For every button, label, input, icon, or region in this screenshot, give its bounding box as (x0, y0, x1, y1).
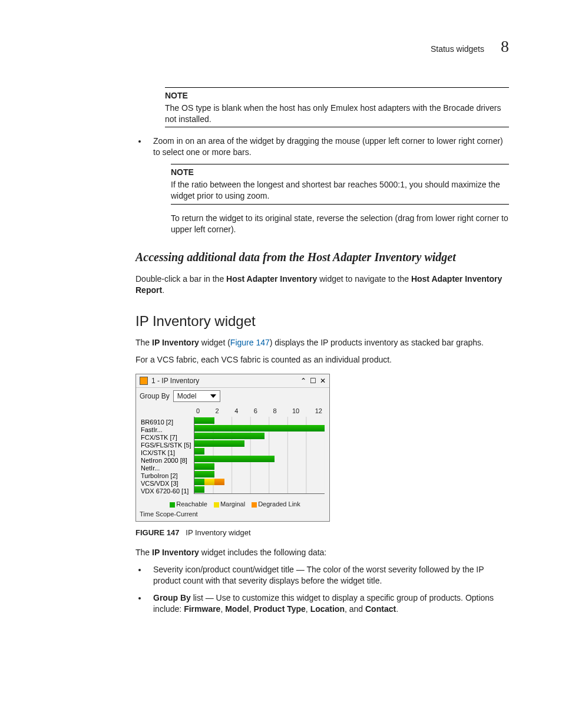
bar-row[interactable] (194, 424, 325, 432)
close-icon[interactable]: ✕ (320, 376, 326, 386)
heading-accessing: Accessing additional data from the Host … (135, 249, 509, 265)
heading-ip-inventory: IP Inventory widget (135, 312, 509, 331)
list-item: Severity icon/product count/widget title… (147, 564, 509, 587)
bar-segment (194, 471, 214, 477)
y-tick-label: NetIr... (141, 465, 194, 472)
widget-title: 1 - IP Inventory (151, 376, 300, 386)
y-axis-labels: BR6910 [2]FastIr...FCX/STK [7]FGS/FLS/ST… (141, 407, 194, 495)
x-axis-ticks: 024681012 (194, 407, 325, 416)
paragraph-vcs: For a VCS fabric, each VCS fabric is cou… (135, 354, 509, 365)
y-tick-label: FastIr... (141, 426, 194, 434)
paragraph-after-figure: The IP Inventory widget includes the fol… (135, 547, 509, 558)
y-tick-label: ICX/STK [1] (141, 449, 194, 457)
bar-row[interactable] (194, 447, 325, 455)
note-body: The OS type is blank when the host has o… (165, 103, 509, 125)
bar-segment (194, 486, 204, 493)
x-tick: 12 (315, 407, 322, 416)
bar-row[interactable] (194, 463, 325, 470)
y-tick-label: FCX/STK [7] (141, 434, 194, 442)
ip-inventory-widget: 1 - IP Inventory ⌃ ☐ ✕ Group By Model BR… (135, 374, 330, 522)
group-by-dropdown[interactable]: Model (173, 390, 220, 402)
collapse-icon[interactable]: ⌃ (300, 376, 306, 386)
x-tick: 10 (292, 407, 299, 416)
maximize-icon[interactable]: ☐ (310, 376, 316, 386)
bar-segment (194, 463, 214, 470)
figure-link[interactable]: Figure 147 (230, 338, 270, 347)
x-tick: 4 (234, 407, 238, 416)
note-os-blank: NOTE The OS type is blank when the host … (165, 87, 509, 128)
bar-row[interactable] (194, 455, 325, 463)
figure-caption: FIGURE 147 IP Inventory widget (135, 528, 509, 538)
legend-swatch-reachable-icon (170, 502, 175, 508)
y-tick-label: TurboIron [2] (141, 472, 194, 480)
group-by-label: Group By (140, 391, 170, 401)
x-tick: 0 (196, 407, 200, 416)
page-header: Status widgets 8 (53, 35, 509, 58)
legend-swatch-degraded-icon (252, 502, 257, 508)
bar-row[interactable] (194, 478, 325, 486)
bar-row[interactable] (194, 417, 325, 424)
bar-segment (204, 479, 214, 485)
bar-segment (194, 440, 244, 447)
y-tick-label: FGS/FLS/STK [5] (141, 442, 194, 449)
severity-swatch-icon (140, 377, 148, 385)
time-scope-label: Time Scope-Current (136, 510, 329, 521)
bars-region (194, 417, 325, 494)
chapter-number: 8 (501, 35, 509, 58)
paragraph-return-state: To return the widget to its original sta… (171, 213, 509, 235)
bar-row[interactable] (194, 432, 325, 440)
bar-row[interactable] (194, 486, 325, 493)
y-tick-label: VCS/VDX [3] (141, 480, 194, 487)
bullet-zoom: Zoom in on an area of the widget by drag… (147, 136, 509, 235)
bar-segment (194, 448, 204, 454)
list-item: Group By list — Use to customize this wi… (147, 592, 509, 615)
x-tick: 6 (254, 407, 257, 416)
bar-segment (194, 456, 275, 462)
bar-segment (214, 479, 224, 485)
bar-segment (194, 417, 214, 424)
x-tick: 2 (216, 407, 219, 416)
chart-area[interactable]: BR6910 [2]FastIr...FCX/STK [7]FGS/FLS/ST… (136, 404, 329, 498)
note-body: If the ratio between the longest and sho… (171, 179, 509, 202)
bar-segment (194, 425, 325, 431)
y-tick-label: NetIron 2000 [8] (141, 457, 194, 465)
x-tick: 8 (273, 407, 276, 416)
bar-row[interactable] (194, 470, 325, 478)
chart-legend: Reachable Marginal Degraded Link (136, 498, 329, 510)
bar-row[interactable] (194, 440, 325, 447)
note-label: NOTE (171, 167, 509, 178)
bar-segment (194, 479, 204, 485)
legend-swatch-marginal-icon (214, 502, 219, 508)
bullet-zoom-text: Zoom in on an area of the widget by drag… (153, 136, 503, 157)
y-tick-label: BR6910 [2] (141, 419, 194, 426)
paragraph-accessing: Double-click a bar in the Host Adapter I… (135, 274, 509, 296)
bar-segment (194, 433, 265, 439)
widget-titlebar: 1 - IP Inventory ⌃ ☐ ✕ (136, 374, 329, 388)
y-tick-label: VDX 6720-60 [1] (141, 487, 194, 495)
paragraph-ip-intro: The IP Inventory widget (Figure 147) dis… (135, 337, 509, 348)
section-title: Status widgets (431, 44, 484, 55)
note-label: NOTE (165, 90, 509, 101)
